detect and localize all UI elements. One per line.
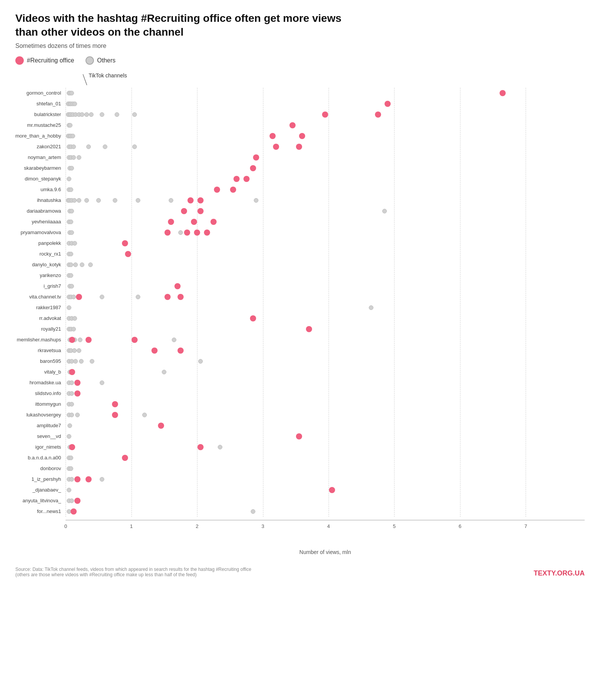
dot-others: [73, 359, 78, 364]
dot-recruiting: [253, 154, 259, 161]
y-label: i_grish7: [44, 281, 61, 292]
dot-others: [69, 466, 73, 471]
dot-recruiting: [85, 476, 92, 482]
dot-recruiting: [210, 219, 217, 225]
x-axis-label: Number of views, mln: [66, 549, 585, 555]
dot-recruiting: [151, 348, 158, 354]
dot-others: [89, 112, 94, 117]
dot-others: [251, 509, 255, 514]
grid-line: [394, 88, 395, 517]
dot-recruiting: [204, 230, 210, 236]
chart-title: Videos with the hashtag #Recruiting offi…: [15, 11, 360, 39]
dot-others: [71, 155, 76, 160]
dot-others: [69, 477, 74, 482]
dot-others: [142, 413, 147, 417]
dot-others: [136, 198, 140, 203]
y-label: vitaly_b: [44, 367, 61, 377]
x-tick: 7: [524, 523, 527, 529]
footer-logo-suffix: .ORG.UA: [555, 569, 585, 577]
dot-others: [77, 348, 81, 353]
dot-recruiting: [500, 90, 506, 96]
dot-recruiting: [296, 144, 302, 150]
y-label: for...news1: [37, 506, 61, 517]
dot-others: [67, 305, 71, 310]
y-label: more_than_a_hobby: [15, 131, 61, 141]
dot-recruiting: [112, 412, 118, 418]
dot-recruiting: [197, 208, 204, 214]
y-label: hromadske.ua: [30, 377, 61, 388]
x-tick: 5: [393, 523, 396, 529]
dot-recruiting: [194, 230, 200, 236]
footer-logo: TEXTY.ORG.UA: [534, 569, 585, 577]
dot-others: [136, 295, 140, 299]
legend-label-recruiting: #Recruiting office: [27, 57, 74, 64]
y-label: yevheniiaaaa: [32, 216, 61, 227]
dot-others: [72, 316, 77, 321]
x-tick: 3: [261, 523, 264, 529]
dot-others: [69, 220, 73, 224]
dot-others: [84, 112, 89, 117]
dot-recruiting: [306, 326, 312, 332]
dot-recruiting: [214, 187, 220, 193]
dot-others: [84, 198, 89, 203]
dot-recruiting: [233, 176, 240, 182]
dot-recruiting: [197, 197, 204, 203]
grid-line: [526, 88, 526, 517]
tiktok-channels-label: TikTok channels: [89, 72, 127, 79]
dot-others: [67, 177, 71, 181]
y-label: yarikenzo: [40, 270, 61, 281]
dot-others: [132, 144, 137, 149]
dot-others: [69, 262, 73, 267]
y-label: rkravetsua: [38, 345, 61, 356]
dot-others: [69, 230, 74, 235]
dot-others: [254, 198, 258, 203]
y-label: danylo_kotyk: [32, 259, 61, 270]
y-label: 1_iz_pershyh: [31, 474, 61, 485]
dot-others: [382, 209, 387, 213]
chart-dots: [66, 88, 585, 517]
dot-recruiting: [74, 476, 81, 482]
dot-others: [115, 112, 119, 117]
x-tick: 6: [459, 523, 461, 529]
dot-others: [69, 456, 73, 460]
grid-line: [329, 88, 329, 517]
dot-recruiting: [74, 380, 81, 386]
dot-recruiting: [250, 165, 256, 171]
dot-recruiting: [71, 508, 77, 515]
chart-area: gormon_controlshtefan_01bulatrickstermr.…: [15, 72, 585, 555]
dot-others: [218, 445, 222, 449]
dot-others: [68, 123, 72, 128]
y-label: b.a.n.d.a.n.a00: [28, 452, 61, 463]
dot-recruiting: [69, 369, 75, 375]
dot-others: [75, 413, 80, 417]
grid-line: [66, 88, 66, 517]
dot-others: [71, 144, 76, 149]
dot-others: [73, 262, 78, 267]
dot-recruiting: [187, 197, 194, 203]
dot-recruiting: [270, 133, 276, 139]
footer: Source: Data: TikTok channel feeds, vide…: [15, 567, 585, 577]
dot-others: [86, 144, 91, 149]
dot-others: [71, 327, 76, 331]
y-label: rocky_rx1: [39, 249, 61, 259]
footer-logo-text: TEXTY: [534, 569, 555, 577]
chart-inner: TikTok channels 01234567 Number of views…: [66, 72, 585, 555]
dot-recruiting: [289, 122, 296, 128]
dot-others: [69, 252, 73, 256]
dot-others: [100, 380, 104, 385]
y-label: pryamamovalvova: [21, 227, 61, 238]
y-label: ihnatushka: [37, 195, 61, 206]
dot-others: [162, 370, 166, 374]
grid-line: [460, 88, 460, 517]
dot-others: [80, 262, 84, 267]
dot-others: [67, 423, 72, 428]
grid-line: [263, 88, 263, 517]
y-label: gormon_control: [26, 88, 61, 98]
dot-others: [79, 359, 84, 364]
y-label: rr.advokat: [39, 313, 61, 324]
dot-recruiting: [322, 111, 328, 118]
dot-recruiting: [250, 315, 256, 321]
legend-dot-others: [85, 56, 94, 65]
dot-recruiting: [69, 444, 75, 450]
dot-others: [172, 338, 176, 342]
